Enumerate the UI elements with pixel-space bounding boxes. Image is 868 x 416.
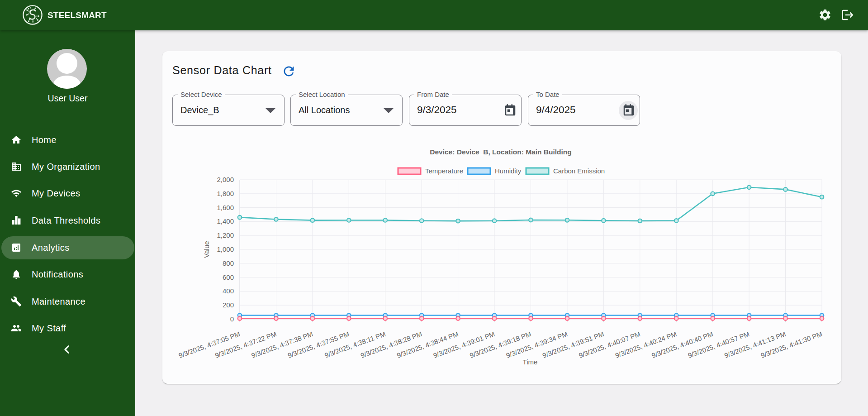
svg-text:2,000: 2,000 <box>217 176 234 183</box>
svg-text:Device: Device_B, Location: Ma: Device: Device_B, Location: Main Buildin… <box>430 148 572 156</box>
svg-text:9/3/2025, 4:39:34 PM: 9/3/2025, 4:39:34 PM <box>505 330 569 359</box>
svg-text:9/3/2025, 4:38:28 PM: 9/3/2025, 4:38:28 PM <box>360 330 423 359</box>
svg-text:0: 0 <box>230 315 234 323</box>
svg-text:9/3/2025, 4:39:51 PM: 9/3/2025, 4:39:51 PM <box>541 330 605 359</box>
svg-text:9/3/2025, 4:38:44 PM: 9/3/2025, 4:38:44 PM <box>396 330 460 359</box>
svg-text:9/3/2025, 4:37:55 PM: 9/3/2025, 4:37:55 PM <box>287 330 351 359</box>
svg-text:1,200: 1,200 <box>217 231 234 239</box>
svg-text:Carbon Emission: Carbon Emission <box>553 167 605 175</box>
svg-text:9/3/2025, 4:39:01 PM: 9/3/2025, 4:39:01 PM <box>432 330 496 359</box>
svg-text:9/3/2025, 4:37:05 PM: 9/3/2025, 4:37:05 PM <box>177 330 241 359</box>
svg-text:9/3/2025, 4:40:07 PM: 9/3/2025, 4:40:07 PM <box>578 330 641 359</box>
svg-text:400: 400 <box>223 287 234 295</box>
svg-text:200: 200 <box>223 301 234 309</box>
svg-text:9/3/2025, 4:37:38 PM: 9/3/2025, 4:37:38 PM <box>250 330 314 359</box>
svg-text:9/3/2025, 4:41:30 PM: 9/3/2025, 4:41:30 PM <box>759 330 823 359</box>
svg-text:Value: Value <box>203 241 210 258</box>
svg-text:1,800: 1,800 <box>217 190 234 197</box>
svg-text:9/3/2025, 4:37:22 PM: 9/3/2025, 4:37:22 PM <box>214 330 278 359</box>
svg-text:1,400: 1,400 <box>217 217 234 225</box>
svg-text:9/3/2025, 4:39:18 PM: 9/3/2025, 4:39:18 PM <box>469 330 532 359</box>
svg-text:9/3/2025, 4:40:40 PM: 9/3/2025, 4:40:40 PM <box>650 330 714 359</box>
svg-text:Humidity: Humidity <box>495 167 522 175</box>
svg-text:9/3/2025, 4:38:11 PM: 9/3/2025, 4:38:11 PM <box>323 330 387 359</box>
svg-text:9/3/2025, 4:40:24 PM: 9/3/2025, 4:40:24 PM <box>614 330 678 359</box>
svg-text:600: 600 <box>223 273 234 281</box>
svg-text:9/3/2025, 4:41:13 PM: 9/3/2025, 4:41:13 PM <box>723 330 787 359</box>
svg-text:1,000: 1,000 <box>217 245 234 253</box>
svg-text:800: 800 <box>223 259 234 267</box>
svg-text:Time: Time <box>523 358 538 366</box>
svg-text:9/3/2025, 4:40:57 PM: 9/3/2025, 4:40:57 PM <box>687 330 751 359</box>
svg-text:1,600: 1,600 <box>217 204 234 211</box>
svg-text:Temperature: Temperature <box>425 167 463 175</box>
